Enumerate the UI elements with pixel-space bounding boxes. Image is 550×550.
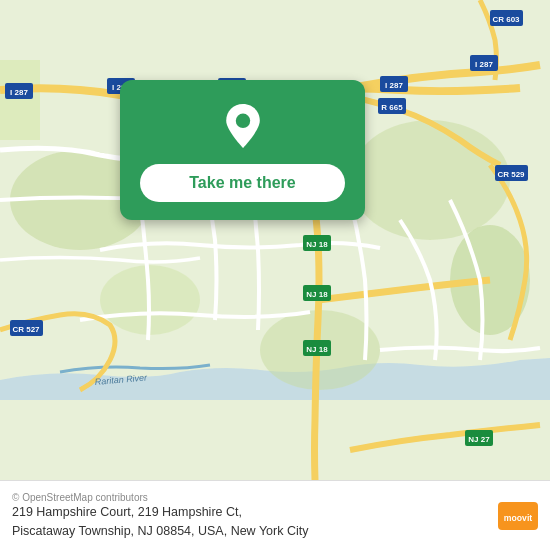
- svg-text:NJ 27: NJ 27: [468, 435, 490, 444]
- address-section: © OpenStreetMap contributors 219 Hampshi…: [12, 490, 488, 541]
- location-pin-icon: [219, 104, 267, 152]
- address-line2: Piscataway Township, NJ 08854, USA, New …: [12, 524, 308, 538]
- svg-text:NJ 18: NJ 18: [306, 240, 328, 249]
- svg-text:CR 603: CR 603: [492, 15, 520, 24]
- location-panel: Take me there: [120, 80, 365, 220]
- svg-text:I 287: I 287: [475, 60, 493, 69]
- svg-text:NJ 18: NJ 18: [306, 290, 328, 299]
- svg-text:I 287: I 287: [10, 88, 28, 97]
- svg-text:moovit: moovit: [504, 512, 532, 522]
- svg-text:I 287: I 287: [385, 81, 403, 90]
- moovit-icon: moovit: [498, 502, 538, 530]
- address-line1: 219 Hampshire Court, 219 Hampshire Ct,: [12, 505, 242, 519]
- svg-text:CR 527: CR 527: [12, 325, 40, 334]
- svg-text:R 665: R 665: [381, 103, 403, 112]
- moovit-logo: moovit: [498, 502, 538, 530]
- take-me-there-button[interactable]: Take me there: [140, 164, 345, 202]
- svg-point-34: [235, 114, 249, 128]
- svg-rect-5: [0, 60, 40, 140]
- map-container: I 287 I 287 I 287 I 287 NJ 18 NJ 18 NJ 1…: [0, 0, 550, 480]
- bottom-bar: © OpenStreetMap contributors 219 Hampshi…: [0, 480, 550, 550]
- address-text: 219 Hampshire Court, 219 Hampshire Ct, P…: [12, 503, 488, 541]
- svg-text:NJ 18: NJ 18: [306, 345, 328, 354]
- osm-credit: © OpenStreetMap contributors: [12, 492, 488, 503]
- svg-text:CR 529: CR 529: [497, 170, 525, 179]
- svg-point-2: [350, 120, 510, 240]
